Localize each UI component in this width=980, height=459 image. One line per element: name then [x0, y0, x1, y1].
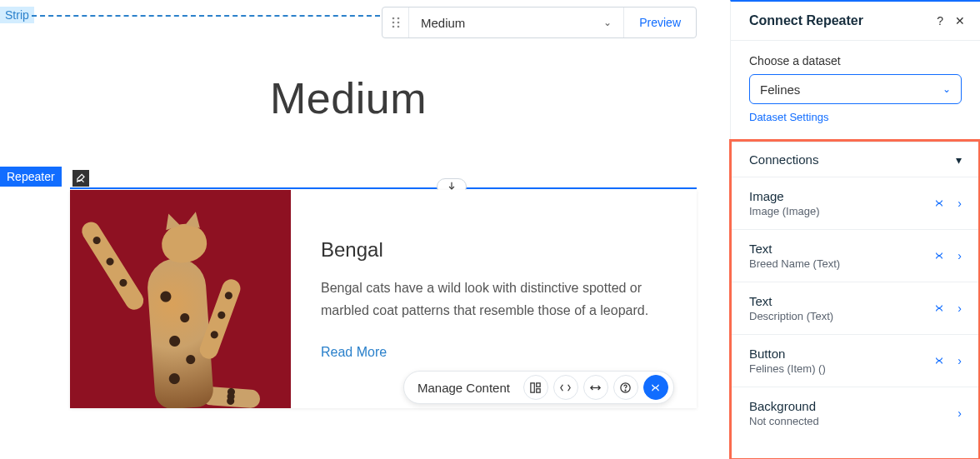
connection-sub: Image (Image)	[749, 205, 820, 217]
svg-point-10	[625, 390, 626, 391]
dataset-label: Choose a dataset	[749, 54, 962, 67]
connection-row-text-breed[interactable]: Text Breed Name (Text) ›	[731, 230, 980, 282]
stretch-icon[interactable]	[583, 375, 608, 400]
connections-label: Connections	[749, 152, 818, 167]
svg-point-1	[397, 17, 399, 20]
connection-sub: Breed Name (Text)	[749, 257, 840, 270]
chevron-down-icon: ⌄	[603, 17, 612, 28]
connection-sub: Not connected	[749, 415, 819, 427]
dataset-select[interactable]: Felines ⌄	[749, 74, 962, 104]
repeater-top-edge	[70, 187, 697, 189]
strip-tag[interactable]: Strip	[0, 7, 34, 23]
svg-rect-7	[537, 382, 540, 386]
page-heading: Medium	[0, 73, 697, 123]
help-icon[interactable]: ?	[937, 14, 943, 27]
linked-icon	[932, 355, 946, 367]
preview-button[interactable]: Preview	[623, 7, 696, 37]
svg-point-5	[397, 26, 399, 28]
editor-canvas: Strip Medium ⌄ Preview Medium Repeater	[0, 0, 730, 459]
chevron-right-icon: ›	[958, 302, 962, 315]
drag-grip-icon[interactable]	[382, 7, 409, 37]
connect-repeater-panel: Connect Repeater ? ✕ Choose a dataset Fe…	[730, 0, 980, 459]
svg-rect-8	[537, 388, 540, 392]
close-icon[interactable]: ✕	[955, 14, 965, 27]
linked-icon	[932, 302, 946, 314]
chevron-right-icon: ›	[958, 197, 962, 210]
connections-header[interactable]: Connections ▾	[731, 142, 980, 177]
connection-name: Image	[749, 189, 820, 203]
item-title[interactable]: Bengal	[321, 238, 673, 262]
repeater-tag[interactable]: Repeater	[0, 167, 62, 187]
connection-name: Button	[749, 347, 826, 361]
linked-icon	[932, 250, 946, 262]
dataset-value: Felines	[760, 82, 800, 97]
layout-icon[interactable]	[523, 375, 548, 400]
svg-point-3	[397, 22, 399, 24]
connection-name: Text	[749, 242, 840, 256]
chevron-right-icon: ›	[958, 354, 962, 367]
connection-row-image[interactable]: Image Image (Image) ›	[731, 177, 980, 230]
connect-data-icon[interactable]	[643, 375, 668, 400]
svg-point-2	[392, 22, 394, 24]
connection-sub: Description (Text)	[749, 310, 833, 322]
connection-name: Text	[749, 294, 833, 308]
manage-content-button[interactable]: Manage Content	[409, 381, 518, 395]
svg-rect-6	[531, 382, 534, 392]
svg-point-0	[392, 17, 394, 20]
dataset-settings-link[interactable]: Dataset Settings	[749, 111, 962, 123]
panel-header: Connect Repeater ? ✕	[731, 2, 980, 41]
read-more-link[interactable]: Read More	[321, 345, 673, 360]
item-description[interactable]: Bengal cats have a wild look with distin…	[321, 277, 673, 322]
connect-data-icon[interactable]	[72, 170, 89, 187]
breakpoint-bar: Medium ⌄ Preview	[382, 7, 697, 38]
panel-title: Connect Repeater	[749, 13, 863, 28]
svg-point-4	[392, 26, 394, 28]
connection-sub: Felines (Item) ()	[749, 362, 826, 375]
dataset-section: Choose a dataset Felines ⌄ Dataset Setti…	[731, 41, 980, 130]
item-image[interactable]	[70, 190, 291, 408]
cat-illustration	[88, 208, 247, 408]
breakpoint-select[interactable]: Medium ⌄	[409, 16, 623, 30]
element-toolbar: Manage Content	[403, 371, 674, 404]
linked-icon	[932, 197, 946, 209]
chevron-right-icon: ›	[958, 249, 962, 262]
caret-down-icon: ▾	[956, 153, 962, 167]
breakpoint-name: Medium	[421, 16, 465, 30]
strip-dashed-line	[32, 15, 380, 17]
connection-row-text-desc[interactable]: Text Description (Text) ›	[731, 282, 980, 335]
help-icon[interactable]	[613, 375, 638, 400]
connection-name: Background	[749, 399, 819, 413]
connection-row-button[interactable]: Button Felines (Item) () ›	[731, 335, 980, 387]
connection-row-background[interactable]: Background Not connected ›	[731, 387, 980, 439]
chevron-right-icon: ›	[958, 407, 962, 420]
animations-icon[interactable]	[553, 375, 578, 400]
chevron-down-icon: ⌄	[942, 83, 951, 95]
